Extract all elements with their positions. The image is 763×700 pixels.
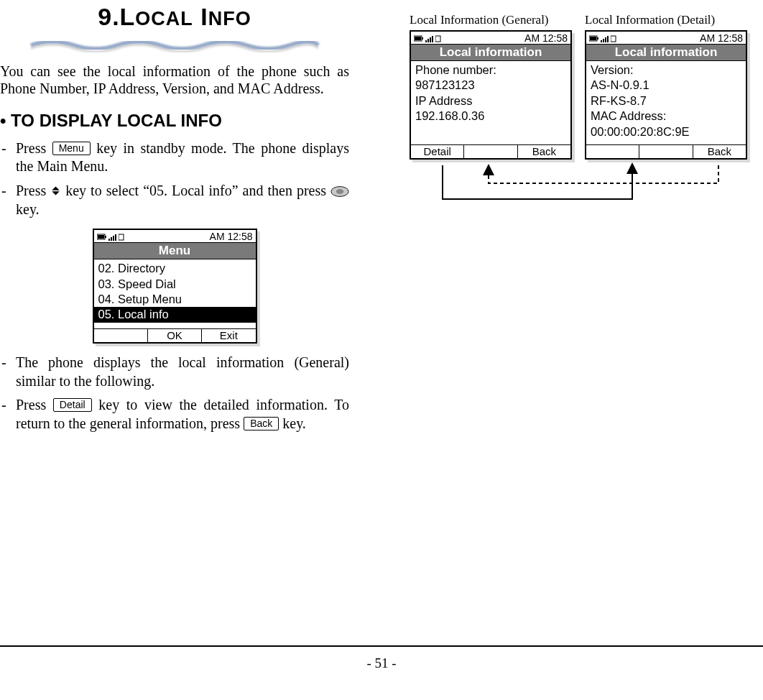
svg-rect-11 [119,234,124,240]
menu-phone-time: AM 12:58 [210,231,253,242]
status-icons [589,34,616,42]
svg-point-3 [336,189,343,194]
svg-rect-27 [611,36,616,42]
info-line: MAC Address: [591,109,741,124]
step-3: The phone displays the local information… [0,354,349,390]
general-phone-softkeys: Detail Back [411,144,570,158]
step-2-text-a: Press [16,183,50,198]
svg-rect-8 [111,237,112,241]
info-line: Version: [591,63,741,78]
info-line: Phone number: [415,63,566,78]
step-2: Press key to select “05. Local info” and… [0,182,349,218]
info-line: AS-N-0.9.1 [591,78,741,93]
svg-rect-6 [98,235,104,239]
footer-divider [0,645,763,647]
signal-icon [601,34,609,42]
general-phone-time: AM 12:58 [524,32,568,44]
softkey-left: Detail [411,145,463,158]
detail-phone-screen: AM 12:58 Local information Version: AS-N… [585,30,747,160]
chapter-title: 9.LOCAL INFO [0,3,349,31]
svg-rect-25 [605,37,606,42]
info-line: 00:00:00:20:8C:9E [591,124,741,139]
battery-icon [589,34,599,42]
step-2-text-b: key to select “05. Local info” and then … [65,183,330,198]
steps-list-2: The phone displays the local information… [0,354,349,433]
section-heading: • TO DISPLAY LOCAL INFO [0,111,349,131]
svg-rect-21 [597,37,598,40]
softkey-left [94,329,147,342]
info-line: 192.168.0.36 [415,109,566,124]
detail-key-label: Detail [53,398,92,412]
general-phone-screen: AM 12:58 Local information Phone number:… [410,30,572,160]
battery-icon [97,233,107,241]
svg-rect-16 [427,39,429,42]
menu-phone-screen: AM 12:58 Menu 02. Directory 03. Speed Di… [93,229,257,344]
chapter-number: 9. [98,3,119,30]
signal-icon [108,233,117,241]
divider-squiggle-icon [24,35,325,54]
info-line: IP Address [415,93,566,109]
page-number: - 51 - [0,655,763,671]
detail-phone-softkeys: Back [586,144,746,158]
status-square-icon [435,34,441,42]
softkey-right: Back [517,145,570,158]
svg-rect-17 [430,37,431,42]
detail-phone-time: AM 12:58 [700,32,743,44]
signal-icon [425,34,434,42]
svg-rect-22 [590,37,596,40]
ok-key-icon [330,185,349,198]
svg-rect-7 [108,239,110,241]
softkey-right: Back [693,145,746,158]
softkey-left [586,145,639,158]
menu-item: 04. Setup Menu [98,292,251,307]
step-1-text-a: Press [16,140,52,156]
menu-item: 02. Directory [98,261,251,276]
softkey-right: Exit [201,329,255,342]
chapter-word2-rest: NFO [208,8,251,29]
step-2-text-c: key. [16,201,40,217]
detail-phone-body: Version: AS-N-0.9.1 RF-KS-8.7 MAC Addres… [586,61,746,144]
flow-arrows-icon [410,160,747,217]
menu-phone-softkeys: OK Exit [94,328,256,342]
menu-item-selected: 05. Local info [94,307,256,322]
status-square-icon [611,34,616,42]
svg-rect-5 [105,236,106,238]
svg-marker-0 [52,186,60,190]
menu-phone-body: 02. Directory 03. Speed Dial 04. Setup M… [94,259,256,328]
chapter-word2-cap: I [200,3,208,30]
general-phone-title: Local information [411,44,570,61]
svg-rect-23 [601,40,602,42]
step-4-text-a: Press [16,397,53,413]
svg-marker-1 [52,191,60,195]
step-4: Press Detail key to view the detailed in… [0,396,349,433]
svg-rect-18 [432,36,433,42]
svg-rect-9 [113,236,114,241]
battery-icon [414,34,424,42]
svg-rect-19 [435,36,440,42]
softkey-center [639,145,692,158]
status-square-icon [119,233,124,241]
menu-phone-title: Menu [94,242,256,259]
detail-phone-title: Local information [586,44,746,61]
chapter-word1-cap: L [120,3,136,30]
status-icons [414,34,441,42]
menu-item: 03. Speed Dial [98,277,251,292]
updown-arrow-icon [50,185,61,196]
chapter-word1-rest: OCAL [135,8,193,29]
step-1: Press Menu key in standby mode. The phon… [0,139,349,176]
menu-key-label: Menu [52,142,91,155]
status-icons [97,233,124,241]
general-phone-body: Phone number: 987123123 IP Address 192.1… [411,61,570,144]
softkey-center [463,145,517,158]
svg-rect-26 [607,36,609,42]
svg-rect-24 [603,39,604,42]
back-key-label: Back [244,417,279,430]
svg-rect-10 [115,234,116,241]
svg-rect-13 [422,37,423,40]
info-line: RF-KS-8.7 [591,93,741,109]
intro-paragraph: You can see the local information of the… [0,63,349,98]
info-line: 987123123 [415,78,566,93]
svg-rect-15 [425,40,427,42]
svg-rect-14 [415,37,421,40]
caption-general: Local Information (General) [410,13,572,27]
